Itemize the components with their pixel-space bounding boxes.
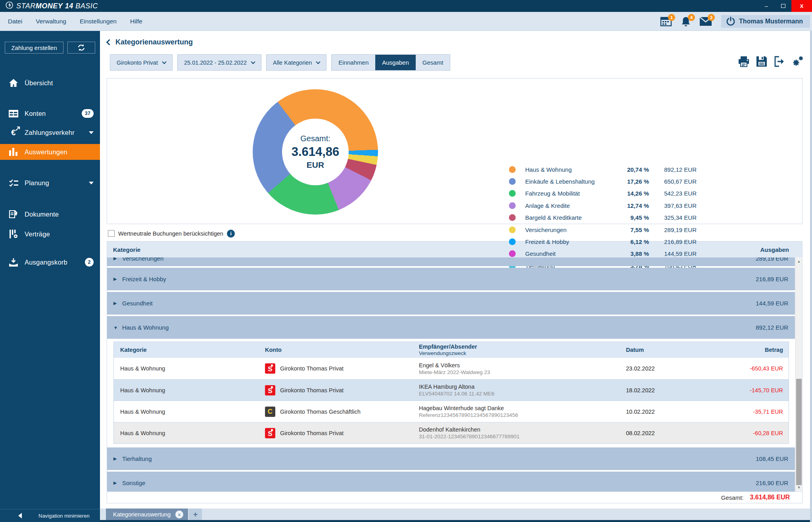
planning-checklist-icon	[8, 179, 19, 187]
legend-item: Fahrzeug & Mobilität14,26 %542,23 EUR	[509, 188, 697, 200]
category-row-sonstige[interactable]: ▶ Sonstige 216,90 EUR	[107, 472, 795, 491]
view-segment: Einnahmen Ausgaben Gesamt	[331, 54, 450, 71]
sidebar-item-planung[interactable]: Planung	[0, 175, 100, 191]
new-tab-button[interactable]: +	[189, 509, 202, 520]
menu-datei[interactable]: Datei	[3, 18, 27, 25]
scroll-up-arrow[interactable]: ▲	[796, 258, 802, 265]
sidebar-item-konten[interactable]: Konten 37	[0, 106, 100, 121]
minimize-button[interactable]: –	[758, 0, 775, 12]
tab-close-icon[interactable]: x	[175, 510, 183, 518]
transaction-row[interactable]: Haus & Wohnung CGirokonto Thomas Geschäf…	[114, 401, 789, 422]
category-row-versicherungen[interactable]: ▶ Versicherungen 289,19 EUR	[107, 257, 795, 266]
tab-einnahmen[interactable]: Einnahmen	[332, 55, 375, 70]
scrollbar-thumb[interactable]	[796, 379, 802, 485]
transaction-row[interactable]: Haus & Wohnung SGirokonto Thomas Privat …	[114, 379, 789, 401]
expand-triangle-icon: ▶	[113, 276, 122, 282]
category-amount: 216,89 EUR	[756, 276, 788, 282]
restore-button[interactable]	[775, 0, 791, 12]
refresh-button[interactable]	[67, 42, 95, 54]
tx-account: Girokonto Thomas Geschäftlich	[280, 409, 361, 415]
transaction-row[interactable]: Haus & Wohnung SGirokonto Thomas Privat …	[114, 422, 789, 443]
legend-percent: 20,74 %	[617, 166, 649, 173]
sidebar-item-label: Ausgangskorb	[25, 259, 85, 266]
legend-amount: 144,59 EUR	[655, 250, 697, 257]
scroll-down-arrow[interactable]: ▼	[796, 484, 802, 491]
category-row-tierhaltung[interactable]: ▶ Tierhaltung 108,45 EUR	[107, 447, 795, 470]
account-dropdown-value: Girokonto Privat	[117, 59, 158, 66]
tx-amount: -650,43 EUR	[714, 365, 783, 372]
total-amount: 3.614,86 EUR	[750, 494, 790, 501]
category-label: Freizeit & Hobby	[122, 276, 756, 282]
bottom-area: Kategorienauswertung x +	[100, 509, 810, 522]
category-row-gesundheit[interactable]: ▶ Gesundheit 144,59 EUR	[107, 292, 795, 315]
info-icon[interactable]: i	[227, 230, 235, 238]
sidebar-item-vertraege[interactable]: Verträge	[0, 226, 100, 242]
legend-label: Fahrzeug & Mobilität	[525, 190, 617, 197]
settings-button[interactable]	[791, 56, 804, 67]
euro-transfer-icon: €	[8, 128, 19, 137]
donut-chart[interactable]: Gesamt: 3.614,86 EUR	[253, 89, 378, 215]
legend-item: Haus & Wohnung20,74 %892,12 EUR	[509, 163, 697, 175]
minimize-navigation-button[interactable]: Navigation minimieren	[0, 509, 100, 522]
export-button[interactable]	[774, 56, 785, 67]
tx-col-datum: Datum	[626, 347, 714, 353]
category-row-freizeit-hobby[interactable]: ▶ Freizeit & Hobby 216,89 EUR	[107, 268, 795, 290]
legend-item: Einkäufe & Lebenshaltung17,26 %650,67 EU…	[509, 175, 697, 187]
user-menu[interactable]: Thomas Mustermann	[721, 15, 810, 28]
chevron-down-icon	[251, 59, 255, 64]
legend-dot	[509, 178, 516, 185]
logo-version: 14	[65, 2, 73, 10]
messages-button[interactable]: 3	[699, 15, 712, 28]
category-amount: 289,19 EUR	[756, 257, 788, 262]
print-button[interactable]	[738, 56, 750, 67]
notifications-button[interactable]: 4	[679, 15, 693, 28]
account-dropdown[interactable]: Girokonto Privat	[110, 54, 173, 71]
period-dropdown[interactable]: 25.01.2022 - 25.02.2022	[177, 54, 261, 71]
category-dropdown[interactable]: Alle Kategorien	[266, 54, 326, 71]
sidebar-item-dokumente[interactable]: Dokumente	[0, 206, 100, 222]
sidebar-item-auswertungen[interactable]: Auswertungen	[0, 144, 100, 160]
back-chevron-icon[interactable]	[106, 39, 113, 45]
neutral-bookings-checkbox[interactable]	[108, 230, 115, 237]
tab-gesamt[interactable]: Gesamt	[416, 55, 450, 70]
logo-edition: BASIC	[75, 2, 98, 10]
transaction-row[interactable]: Haus & Wohnung SGirokonto Thomas Privat …	[114, 358, 789, 379]
chevron-down-icon	[316, 59, 321, 64]
create-payment-button[interactable]: Zahlung erstellen	[5, 42, 63, 54]
page-title: Kategorienauswertung	[115, 38, 193, 46]
category-table-scroll-area: ▶ Versicherungen 289,19 EUR ▶ Freizeit &…	[107, 257, 802, 491]
legend-amount: 325,34 EUR	[655, 214, 697, 221]
tx-account: Girokonto Thomas Privat	[280, 430, 344, 436]
legend-percent: 9,45 %	[617, 214, 649, 221]
sidebar-item-ausgangskorb[interactable]: Ausgangskorb 2	[0, 254, 100, 270]
tab-ausgaben[interactable]: Ausgaben	[375, 55, 416, 70]
category-table-header: Kategorie Ausgaben	[107, 242, 802, 257]
menu-einstellungen[interactable]: Einstellungen	[75, 18, 121, 25]
titlebar: STARMONEY 14 BASIC – X	[0, 0, 812, 12]
menu-hilfe[interactable]: Hilfe	[125, 18, 147, 25]
accounts-table-icon	[8, 110, 19, 117]
category-row-haus-wohnung[interactable]: ▼ Haus & Wohnung 892,12 EUR	[107, 316, 795, 339]
col-kategorie: Kategorie	[113, 246, 140, 253]
tab-kategorienauswertung[interactable]: Kategorienauswertung x	[106, 509, 188, 520]
tx-amount: -35,71 EUR	[714, 409, 783, 415]
category-label: Gesundheit	[122, 300, 756, 307]
total-label: Gesamt:	[721, 494, 744, 501]
tx-amount: -60,28 EUR	[714, 430, 783, 436]
notifications-badge: 4	[688, 14, 695, 21]
save-button[interactable]	[756, 56, 768, 67]
calendar-button[interactable]: 1	[659, 15, 673, 28]
close-button[interactable]: X	[791, 0, 812, 12]
sidebar-item-label: Übersicht	[25, 79, 94, 87]
sidebar-item-zahlungsverkehr[interactable]: € Zahlungsverkehr	[0, 125, 100, 140]
logo-star: STAR	[16, 2, 36, 10]
legend-percent: 6,12 %	[617, 238, 649, 245]
menu-verwaltung[interactable]: Verwaltung	[31, 18, 71, 25]
sidebar-item-uebersicht[interactable]: Übersicht	[0, 75, 100, 91]
tx-col-kategorie: Kategorie	[120, 347, 265, 353]
legend-item: Freizeit & Hobby6,12 %216,89 EUR	[509, 236, 697, 248]
triangle-left-icon	[18, 513, 22, 518]
vertical-scrollbar[interactable]: ▲ ▼	[795, 258, 802, 491]
window-bottom-edge	[100, 520, 810, 522]
legend-label: Haus & Wohnung	[525, 166, 617, 173]
